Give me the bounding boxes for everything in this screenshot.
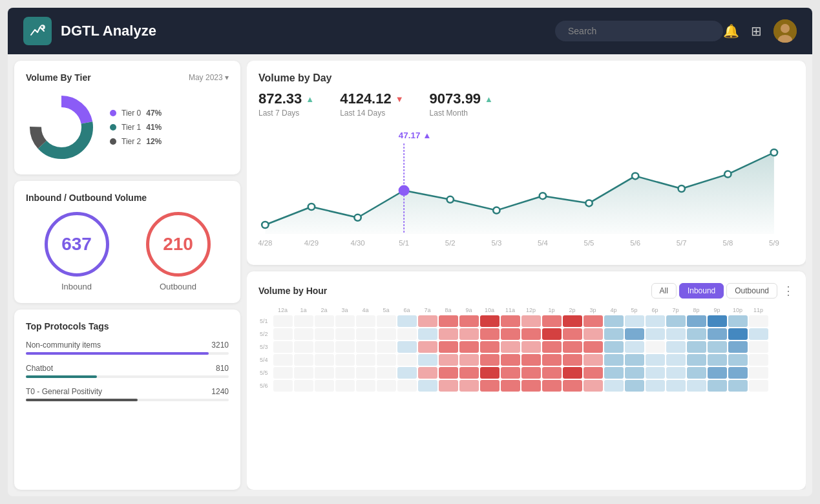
heatmap-cell (687, 367, 706, 379)
circles-row: 637 Inbound 210 Outbound (26, 212, 229, 291)
heatmap-cell (583, 328, 603, 340)
heatmap-cell (459, 341, 479, 353)
svg-text:5/6: 5/6 (630, 239, 640, 247)
heatmap-cell (625, 315, 644, 327)
outbound-label: Outbound (160, 282, 196, 291)
tier-date-filter[interactable]: May 2023 ▾ (189, 73, 229, 82)
heatmap-cell (687, 341, 706, 353)
heatmap-cell (604, 354, 624, 366)
heatmap-cell (583, 380, 603, 392)
heatmap-cell (439, 341, 458, 353)
svg-point-13 (354, 215, 361, 221)
heatmap-cell (646, 380, 665, 392)
vol-day-title: Volume by Day (258, 72, 794, 84)
heatmap-cell (335, 354, 355, 366)
stat-item: 4124.12 ▼ Last 14 Days (340, 90, 403, 118)
main-content: Volume By Tier May 2023 ▾ (8, 54, 812, 496)
more-icon[interactable]: ⋮ (783, 284, 794, 298)
heatmap-cell (583, 341, 603, 353)
heatmap-cell (666, 380, 686, 392)
heatmap-cell (439, 328, 458, 340)
search-input[interactable] (555, 21, 723, 41)
tier-card-header: Volume By Tier May 2023 ▾ (26, 72, 229, 83)
heatmap-cell (749, 328, 768, 340)
svg-text:4/28: 4/28 (258, 239, 272, 247)
heatmap-cell (459, 328, 479, 340)
heatmap-cell (459, 380, 479, 392)
heatmap-cell (666, 341, 686, 353)
heatmap-cell (377, 341, 396, 353)
tier1-label: Tier 1 (121, 123, 141, 132)
heatmap-cell (501, 315, 520, 327)
heatmap-cell (294, 380, 313, 392)
inbound-card-header: Inbound / Outbound Volume (26, 193, 229, 203)
row-label: 5/3 (260, 341, 272, 353)
tab-btn-all[interactable]: All (651, 283, 677, 299)
legend-tier1: Tier 1 41% (110, 123, 162, 132)
stat-label: Last 14 Days (340, 109, 403, 118)
heatmap-cell (315, 315, 334, 327)
heatmap-cell (356, 354, 375, 366)
stat-value: 9073.99 ▲ (430, 90, 493, 107)
header-right-actions: 🔔 ⊞ (723, 19, 797, 43)
heatmap-cell (501, 367, 520, 379)
hour-label: 7a (418, 306, 437, 314)
heatmap-cell (439, 367, 458, 379)
heatmap-cell (625, 367, 644, 379)
stat-value: 872.33 ▲ (258, 90, 314, 107)
heatmap-cell (687, 380, 706, 392)
hour-label: 2a (315, 306, 334, 314)
tab-btn-outbound[interactable]: Outbound (726, 283, 777, 299)
svg-point-18 (585, 200, 592, 206)
heatmap-cell (501, 328, 520, 340)
protocol-bar (26, 352, 209, 355)
stat-item: 9073.99 ▲ Last Month (430, 90, 493, 118)
heatmap-cell (687, 354, 706, 366)
heatmap-cell (749, 367, 768, 379)
heatmap-cell (397, 354, 417, 366)
tab-btn-inbound[interactable]: Inbound (679, 283, 724, 299)
heatmap-cell (294, 315, 313, 327)
heatmap-cell (563, 354, 582, 366)
protocols-title: Top Protocols Tags (26, 321, 109, 331)
svg-text:5/7: 5/7 (677, 239, 687, 247)
hour-label: 11a (501, 306, 520, 314)
protocols-list: Non-community items 3210 Chatbot 810 T0 … (26, 341, 229, 401)
svg-point-21 (724, 171, 731, 178)
heatmap-cell (315, 354, 334, 366)
heatmap-cell (480, 380, 499, 392)
bell-icon[interactable]: 🔔 (723, 23, 739, 39)
hour-label: 8p (687, 306, 706, 314)
svg-point-15 (447, 196, 454, 203)
heatmap-cell (377, 367, 396, 379)
hour-label: 2p (563, 306, 582, 314)
avatar[interactable] (773, 19, 797, 43)
stat-item: 872.33 ▲ Last 7 Days (258, 90, 314, 118)
tier2-pct: 12% (146, 137, 162, 146)
heatmap-cell (418, 315, 437, 327)
heatmap-cell (666, 315, 686, 327)
grid-icon[interactable]: ⊞ (751, 23, 762, 39)
heatmap-cell (335, 341, 355, 353)
heatmap-cell (439, 354, 458, 366)
heatmap-cell (356, 367, 375, 379)
tier-card-title: Volume By Tier (26, 72, 91, 83)
heatmap-cell (418, 380, 437, 392)
heatmap-cell (418, 367, 437, 379)
vol-hour-header: Volume by Hour AllInboundOutbound ⋮ (258, 283, 794, 299)
heatmap-cell (542, 341, 562, 353)
heatmap-cell (604, 328, 624, 340)
heatmap-cell (459, 315, 479, 327)
volume-by-day-card: Volume by Day 872.33 ▲ Last 7 Days 4124.… (247, 61, 806, 265)
heatmap-cell (315, 341, 334, 353)
heatmap-cell (521, 341, 541, 353)
tier2-dot (110, 138, 116, 145)
hour-label: 1p (542, 306, 562, 314)
heatmap-cell (542, 315, 562, 327)
heatmap-cell (294, 328, 313, 340)
heatmap-cell (666, 354, 686, 366)
heatmap-cell (563, 315, 582, 327)
svg-point-12 (308, 204, 315, 210)
heatmap-cell (708, 380, 727, 392)
heatmap-cell (604, 315, 624, 327)
